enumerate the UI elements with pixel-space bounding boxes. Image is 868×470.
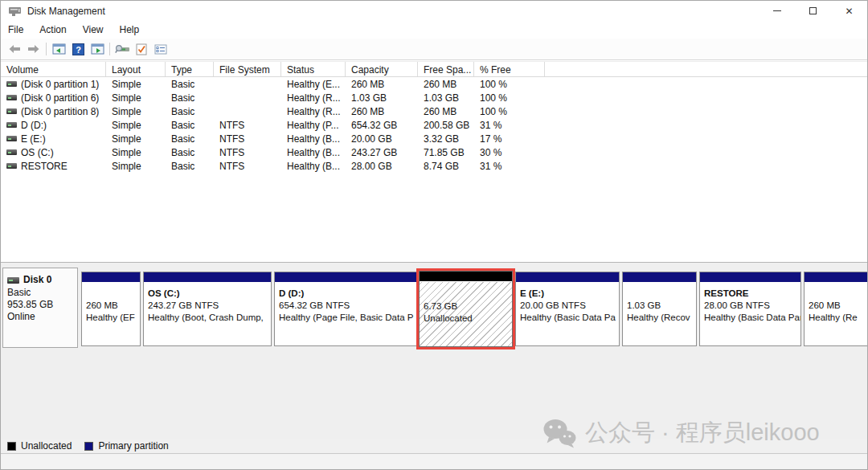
disk-type: Basic	[7, 287, 77, 299]
partition-block-recovery2[interactable]: 260 MB Healthy (Re	[804, 272, 868, 346]
column-header-volume[interactable]: Volume	[1, 62, 106, 76]
cell-pct-free: 31 %	[474, 161, 545, 172]
app-icon	[8, 6, 22, 17]
toolbar: ?	[1, 39, 867, 60]
show-action-pane-icon[interactable]	[88, 40, 107, 58]
partition-block-unallocated[interactable]: 6.73 GB Unallocated	[419, 271, 513, 347]
cell-status: Healthy (E...	[281, 79, 346, 90]
primary-partition-bar	[516, 272, 619, 283]
show-console-tree-icon[interactable]	[49, 40, 68, 58]
menu-file[interactable]: File	[4, 22, 31, 38]
cell-layout: Simple	[106, 106, 166, 117]
volume-icon	[6, 149, 17, 155]
cell-free: 260 MB	[418, 106, 474, 117]
cell-type: Basic	[166, 161, 214, 172]
column-header-filler	[545, 62, 868, 76]
primary-partition-swatch-icon	[84, 442, 93, 451]
partition-size: 28.00 GB NTFS	[704, 300, 800, 312]
unallocated-swatch-icon	[7, 442, 16, 451]
table-row[interactable]: (Disk 0 partition 8) Simple Basic Health…	[1, 104, 868, 118]
maximize-icon	[809, 7, 817, 14]
menu-view[interactable]: View	[75, 22, 112, 38]
volume-icon	[6, 136, 17, 141]
cell-pct-free: 100 %	[474, 106, 545, 117]
partition-block-d[interactable]: D (D:) 654.32 GB NTFS Healthy (Page File…	[274, 272, 417, 346]
unallocated-bar	[420, 272, 512, 282]
cell-capacity: 1.03 GB	[346, 92, 418, 104]
menu-help[interactable]: Help	[112, 22, 148, 38]
table-row[interactable]: (Disk 0 partition 1) Simple Basic Health…	[1, 77, 868, 91]
primary-partition-bar	[700, 272, 800, 283]
partition-block-restore[interactable]: RESTORE 28.00 GB NTFS Healthy (Basic Dat…	[699, 272, 801, 346]
column-header-file-system[interactable]: File System	[214, 62, 281, 76]
properties-list-icon[interactable]	[151, 40, 170, 58]
partition-status: Healthy (Recov	[627, 312, 695, 324]
cell-pct-free: 100 %	[474, 92, 545, 104]
minimize-icon	[773, 10, 781, 11]
partition-block-os-c[interactable]: OS (C:) 243.27 GB NTFS Healthy (Boot, Cr…	[143, 272, 272, 346]
cell-free: 8.74 GB	[418, 161, 474, 172]
volume-name: E (E:)	[21, 133, 46, 145]
volume-name: OS (C:)	[21, 147, 54, 158]
cell-type: Basic	[166, 106, 214, 117]
menu-action[interactable]: Action	[31, 22, 74, 38]
cell-capacity: 243.27 GB	[346, 147, 418, 158]
primary-partition-bar	[144, 272, 271, 283]
graphical-view-pane: Disk 0 Basic 953.85 GB Online 260 MB Hea…	[1, 262, 868, 470]
check-disk-icon[interactable]	[132, 40, 151, 58]
column-header-free-space[interactable]: Free Spa...	[418, 62, 474, 76]
partition-status: Healthy (Boot, Crash Dump,	[148, 312, 270, 324]
partition-status: Unallocated	[424, 313, 473, 325]
table-row[interactable]: (Disk 0 partition 6) Simple Basic Health…	[1, 91, 868, 104]
help-icon[interactable]: ?	[68, 40, 88, 58]
partition-status: Healthy (Basic Data Pa	[520, 312, 618, 324]
volume-icon	[6, 81, 17, 87]
close-button[interactable]: ✕	[831, 1, 867, 21]
minimize-button[interactable]	[759, 1, 795, 21]
column-header-pct-free[interactable]: % Free	[474, 62, 545, 76]
disk-status: Online	[7, 311, 77, 323]
cell-fs: NTFS	[214, 161, 281, 172]
toolbar-separator	[109, 43, 110, 55]
table-row[interactable]: E (E:) Simple Basic NTFS Healthy (B... 2…	[1, 132, 868, 145]
volume-name: (Disk 0 partition 1)	[21, 79, 99, 90]
cell-free: 260 MB	[418, 79, 474, 90]
partition-size: 243.27 GB NTFS	[148, 300, 270, 312]
disk0-info-panel[interactable]: Disk 0 Basic 953.85 GB Online	[2, 268, 78, 348]
cell-free: 71.85 GB	[418, 147, 474, 158]
primary-partition-bar	[275, 272, 416, 283]
legend-bar: Unallocated Primary partition	[1, 439, 868, 453]
partition-title: RESTORE	[704, 288, 800, 300]
column-header-type[interactable]: Type	[166, 62, 214, 76]
volume-name: RESTORE	[21, 161, 68, 172]
partition-block-e[interactable]: E (E:) 20.00 GB NTFS Healthy (Basic Data…	[515, 272, 620, 346]
cell-layout: Simple	[106, 120, 166, 131]
cell-status: Healthy (B...	[281, 161, 346, 172]
cell-status: Healthy (B...	[281, 147, 346, 158]
window-controls: ✕	[759, 1, 867, 21]
primary-partition-bar	[623, 272, 696, 283]
maximize-button[interactable]	[795, 1, 831, 21]
cell-layout: Simple	[106, 79, 166, 90]
partition-block-recovery1[interactable]: 1.03 GB Healthy (Recov	[622, 272, 697, 346]
partition-title: E (E:)	[520, 288, 618, 300]
rescan-disks-icon[interactable]	[113, 40, 132, 58]
forward-icon[interactable]	[24, 40, 43, 58]
partition-title: OS (C:)	[148, 288, 270, 300]
cell-capacity: 20.00 GB	[346, 133, 418, 145]
column-header-capacity[interactable]: Capacity	[346, 62, 418, 76]
primary-partition-bar	[805, 272, 868, 283]
partition-block-efi[interactable]: 260 MB Healthy (EF	[81, 272, 141, 346]
toolbar-separator	[46, 43, 47, 55]
table-row[interactable]: RESTORE Simple Basic NTFS Healthy (B... …	[1, 159, 868, 173]
status-strip	[1, 454, 868, 470]
column-header-layout[interactable]: Layout	[106, 62, 166, 76]
close-icon: ✕	[845, 6, 853, 16]
back-icon[interactable]	[5, 40, 24, 58]
cell-capacity: 654.32 GB	[346, 120, 418, 131]
table-row[interactable]: D (D:) Simple Basic NTFS Healthy (P... 6…	[1, 118, 868, 132]
cell-capacity: 28.00 GB	[346, 161, 418, 172]
column-header-status[interactable]: Status	[281, 62, 346, 76]
window-title: Disk Management	[27, 6, 759, 17]
table-row[interactable]: OS (C:) Simple Basic NTFS Healthy (B... …	[1, 145, 868, 159]
